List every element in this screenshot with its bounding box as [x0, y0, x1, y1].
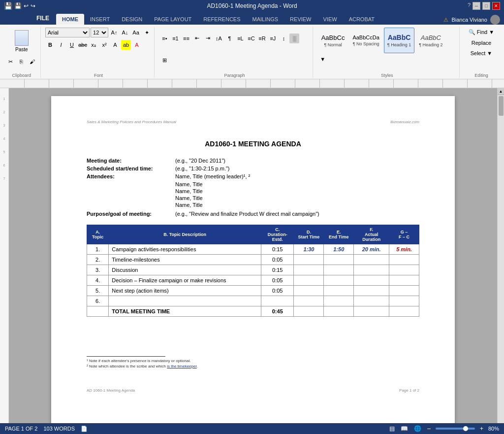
tab-mailings[interactable]: MAILINGS [247, 14, 284, 25]
row2-desc[interactable]: Timeline-milestones [109, 255, 261, 265]
find-button[interactable]: 🔍 Find ▼ [466, 28, 497, 37]
superscript-button[interactable]: x² [99, 40, 109, 50]
row6-end[interactable] [324, 296, 354, 306]
justify-button[interactable]: ≡J [268, 33, 278, 43]
row3-num[interactable]: 3. [87, 265, 109, 275]
row3-diff[interactable] [389, 265, 419, 275]
font-color-button[interactable]: A [132, 40, 142, 50]
row4-actual[interactable] [354, 275, 389, 286]
zoom-in-button[interactable]: + [479, 425, 484, 432]
table-row[interactable]: 2. Timeline-milestones 0:05 [87, 255, 419, 265]
row6-duration[interactable] [261, 296, 294, 306]
row6-actual[interactable] [354, 296, 389, 306]
attendee-3[interactable]: Name, Title [175, 188, 419, 194]
line-spacing-button[interactable]: ↕ [279, 33, 288, 43]
row5-end[interactable] [324, 286, 354, 296]
row2-start[interactable] [294, 255, 324, 265]
row3-end[interactable] [324, 265, 354, 275]
footnote-link[interactable]: is the timekeeper [167, 364, 196, 368]
style-heading2[interactable]: AaBbC ¶ Heading 2 [415, 28, 446, 53]
row1-diff[interactable]: 5 min. [389, 244, 419, 255]
row5-num[interactable]: 5. [87, 286, 109, 296]
align-right-button[interactable]: ≡R [257, 33, 267, 43]
tab-references[interactable]: REFERENCES [197, 14, 246, 25]
center-button[interactable]: ≡C [246, 33, 256, 43]
row4-diff[interactable] [389, 275, 419, 286]
attendee-5[interactable]: Name, Title [175, 202, 419, 208]
zoom-slider[interactable] [436, 428, 475, 430]
meeting-date-value[interactable]: (e.g., "20 Dec 2011") [175, 158, 225, 164]
row3-duration[interactable]: 0:15 [261, 265, 294, 275]
zoom-out-button[interactable]: – [426, 425, 432, 432]
row4-num[interactable]: 4. [87, 275, 109, 286]
row4-start[interactable] [294, 275, 324, 286]
row1-duration[interactable]: 0:15 [261, 244, 294, 255]
row5-start[interactable] [294, 286, 324, 296]
row6-desc[interactable] [109, 296, 261, 306]
attendees-primary[interactable]: Name, Title (meeting leader)¹, ² [175, 173, 250, 179]
show-hide-button[interactable]: ¶ [224, 33, 234, 43]
tab-home[interactable]: HOME [56, 14, 84, 25]
purpose-value[interactable]: (e.g., "Review and finalize Product W di… [175, 211, 319, 217]
row1-start[interactable]: 1:30 [294, 244, 324, 255]
close-button[interactable]: ✕ [492, 2, 500, 10]
increase-indent-button[interactable]: ⇥ [203, 33, 213, 43]
save-icon[interactable]: 💾 [14, 2, 22, 9]
style-no-spacing[interactable]: AaBbCcDa ¶ No Spacing [349, 28, 382, 53]
row5-duration[interactable]: 0:05 [261, 286, 294, 296]
scrollbar[interactable]: ▲ ▼ [497, 88, 504, 434]
scrollbar-thumb[interactable] [499, 96, 504, 116]
row1-actual[interactable]: 20 min. [354, 244, 389, 255]
tab-design[interactable]: DESIGN [116, 14, 148, 25]
row5-desc[interactable]: Next step (action items) [109, 286, 261, 296]
scrollable-area[interactable]: Sales & Marketing Policies and Procedure… [9, 88, 497, 434]
text-highlight-button[interactable]: ab [121, 40, 131, 50]
row3-actual[interactable] [354, 265, 389, 275]
row4-desc[interactable]: Decision – Finalize campaign or make rev… [109, 275, 261, 286]
undo-icon[interactable]: ↩ [24, 2, 29, 9]
row6-diff[interactable] [389, 296, 419, 306]
cut-button[interactable]: ✂ [6, 57, 16, 67]
print-layout-button[interactable]: ▤ [388, 425, 396, 432]
row2-diff[interactable] [389, 255, 419, 265]
sort-button[interactable]: ↕A [214, 33, 223, 43]
scrollbar-up[interactable]: ▲ [498, 88, 504, 95]
select-button[interactable]: Select ▼ [468, 49, 495, 58]
table-row[interactable]: 4. Decision – Finalize campaign or make … [87, 275, 419, 286]
minimize-button[interactable]: ─ [472, 2, 480, 10]
format-painter-button[interactable]: 🖌 [28, 57, 37, 67]
row3-start[interactable] [294, 265, 324, 275]
bold-button[interactable]: B [45, 40, 55, 50]
text-effect-button[interactable]: A [110, 40, 120, 50]
bullets-button[interactable]: ≡• [159, 33, 169, 43]
tab-review[interactable]: REVIEW [284, 14, 317, 25]
document-title[interactable]: AD1060-1 MEETING AGENDA [87, 140, 419, 148]
shading-button[interactable]: ░ [289, 33, 299, 43]
replace-button[interactable]: Replace [469, 38, 494, 47]
styles-more-button[interactable]: ▼ [318, 54, 328, 64]
table-row[interactable]: 1. Campaign activities-responsibilities … [87, 244, 419, 255]
restore-button[interactable]: □ [482, 2, 490, 10]
row1-end[interactable]: 1:50 [324, 244, 354, 255]
shrink-font-button[interactable]: A↓ [120, 28, 130, 37]
row1-num[interactable]: 1. [87, 244, 109, 255]
row6-start[interactable] [294, 296, 324, 306]
copy-button[interactable]: ⎘ [17, 57, 27, 67]
tab-page-layout[interactable]: PAGE LAYOUT [148, 14, 197, 25]
italic-button[interactable]: I [56, 40, 66, 50]
row4-duration[interactable]: 0:05 [261, 275, 294, 286]
change-case-button[interactable]: Aa [131, 28, 141, 37]
font-name-select[interactable]: Arial [45, 28, 90, 37]
web-layout-button[interactable]: 🌐 [413, 425, 422, 432]
row4-end[interactable] [324, 275, 354, 286]
table-row[interactable]: 5. Next step (action items) 0:05 [87, 286, 419, 296]
row5-actual[interactable] [354, 286, 389, 296]
read-mode-button[interactable]: 📖 [400, 425, 409, 432]
multilevel-button[interactable]: ≡≡ [181, 33, 191, 43]
decrease-indent-button[interactable]: ⇤ [192, 33, 202, 43]
strikethrough-button[interactable]: abc [78, 40, 88, 50]
table-row[interactable]: 3. Discussion 0:15 [87, 265, 419, 275]
help-icon[interactable]: ? [468, 2, 471, 10]
tab-view[interactable]: VIEW [317, 14, 343, 25]
paste-button[interactable]: Paste [11, 28, 32, 55]
